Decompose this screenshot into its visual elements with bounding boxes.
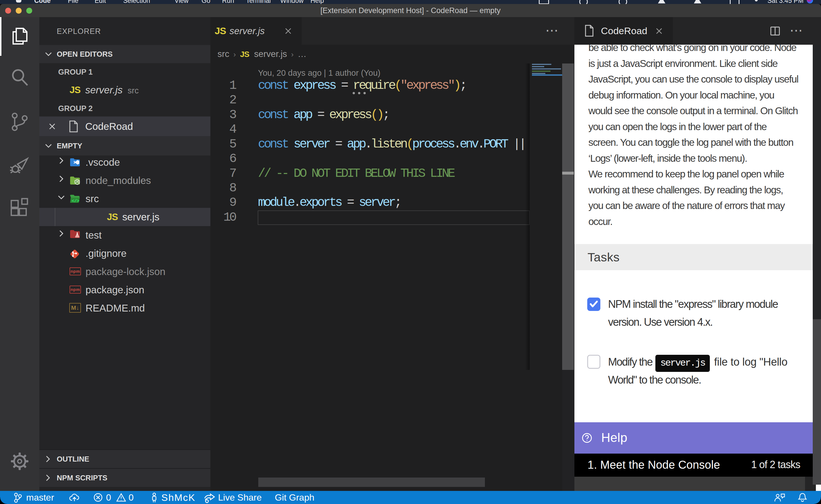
- svg-text:</>: </>: [71, 199, 79, 203]
- svg-text:JS: JS: [75, 180, 79, 183]
